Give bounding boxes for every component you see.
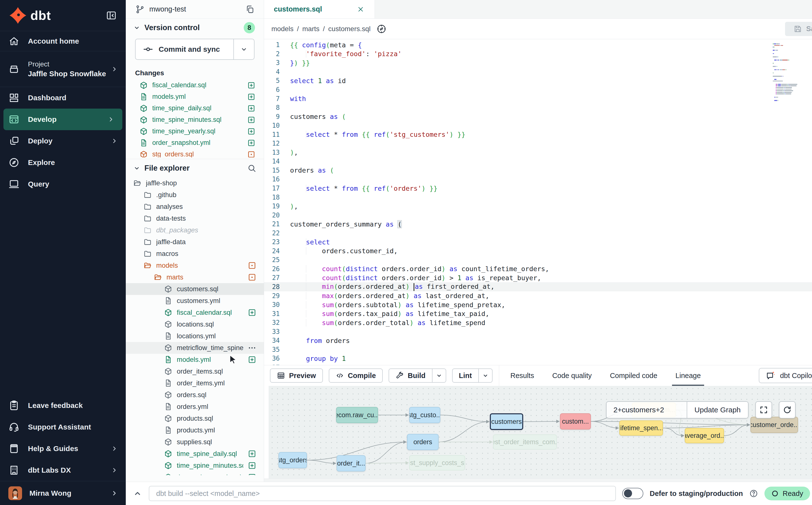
code-line-16[interactable]: 16 xyxy=(264,175,812,184)
tree-item-locations-sql[interactable]: locations.sql xyxy=(126,318,264,330)
tree-item-customers-yml[interactable]: customers.yml xyxy=(126,295,264,307)
sidebar-item-help-guides[interactable]: Help & Guides xyxy=(0,438,126,459)
tab-customers-sql[interactable]: customers.sql xyxy=(264,0,375,18)
sidebar-item-dbt-labs-dx[interactable]: dbt Labs DX xyxy=(0,459,126,481)
code-line-37[interactable]: 37 xyxy=(264,363,812,365)
tab-compiled-code[interactable]: Compiled code xyxy=(609,365,659,386)
lineage-selector-input[interactable]: 2+customers+2 Update Graph xyxy=(606,401,749,418)
lineage-node-ecom[interactable]: ecom.raw_cu... xyxy=(336,407,378,423)
sidebar-item-deploy[interactable]: Deploy xyxy=(0,130,126,152)
code-line-27[interactable]: 27 count(distinct orders.order_id) > 1 a… xyxy=(264,273,812,283)
compile-button[interactable]: Compile xyxy=(329,368,383,383)
breadcrumb-marts[interactable]: marts xyxy=(302,25,319,33)
tree-item-models[interactable]: models xyxy=(126,260,264,272)
expand-panel-chevron[interactable] xyxy=(133,489,142,498)
update-graph-button[interactable]: Update Graph xyxy=(687,402,748,418)
tree-item-jaffle-shop[interactable]: jaffle-shop xyxy=(126,177,264,189)
lineage-node-lifetime_spend[interactable]: lifetime_spen... xyxy=(619,420,663,436)
code-line-34[interactable]: 34 from orders xyxy=(264,336,812,345)
code-line-4[interactable]: 4 xyxy=(264,67,812,76)
modified-icon[interactable] xyxy=(248,273,257,282)
code-line-15[interactable]: 15orders as ( xyxy=(264,166,812,175)
sidebar-item-project[interactable]: ProjectJaffle Shop Snowflake xyxy=(0,51,126,87)
code-line-24[interactable]: 24 orders.customer_id, xyxy=(264,246,812,256)
tree-item-products-sql[interactable]: products.sql xyxy=(126,412,264,425)
code-editor[interactable]: 1{{ config(meta = {2 'favorite_food': 'p… xyxy=(264,39,812,365)
save-button[interactable]: Save xyxy=(785,22,812,36)
change-row[interactable]: time_spine_yearly.sql xyxy=(126,126,264,137)
breadcrumb-models[interactable]: models xyxy=(272,25,294,33)
code-line-14[interactable]: 14 xyxy=(264,157,812,166)
tree-item-orders-yml[interactable]: orders.yml xyxy=(126,401,264,412)
sidebar-item-query[interactable]: Query xyxy=(0,173,126,195)
commit-and-sync-button[interactable]: Commit and sync xyxy=(135,39,255,60)
lineage-node-average_order[interactable]: average_ord... xyxy=(685,428,724,443)
stage-plus-icon[interactable] xyxy=(248,461,257,470)
code-line-10[interactable]: 10 xyxy=(264,121,812,130)
tab-results[interactable]: Results xyxy=(509,365,536,386)
lineage-node-stg_orders[interactable]: stg_orders xyxy=(279,452,307,468)
stage-plus-icon[interactable] xyxy=(247,104,256,113)
change-row[interactable]: fiscal_calendar.sql xyxy=(126,79,264,91)
code-line-2[interactable]: 2 'favorite_food': 'pizza' xyxy=(264,49,812,58)
code-line-26[interactable]: 26 count(distinct orders.order_id) as co… xyxy=(264,265,812,274)
branch-name[interactable]: mwong-test xyxy=(149,5,241,13)
refresh-button[interactable] xyxy=(779,401,796,418)
lineage-node-t_order_items[interactable]: test_order_items_com... xyxy=(493,435,557,450)
code-line-17[interactable]: 17 select * from {{ ref('orders') }} xyxy=(264,184,812,193)
code-line-1[interactable]: 1{{ config(meta = { xyxy=(264,40,812,49)
tree-item-macros[interactable]: macros xyxy=(126,248,264,260)
change-row[interactable]: stg_orders.sql xyxy=(126,149,264,157)
tree-item-products-yml[interactable]: products.yml xyxy=(126,425,264,436)
code-line-20[interactable]: 20 xyxy=(264,210,812,220)
tree-item-analyses[interactable]: analyses xyxy=(126,201,264,212)
tree-item--github[interactable]: .github xyxy=(126,189,264,201)
file-explorer-header[interactable]: File explorer xyxy=(126,159,264,177)
user-menu[interactable]: Mirna Wong xyxy=(0,481,126,505)
tree-item-order-items-yml[interactable]: order_items.yml xyxy=(126,377,264,389)
stage-plus-icon[interactable] xyxy=(247,116,256,124)
code-line-9[interactable]: 9customers as ( xyxy=(264,112,812,121)
code-line-33[interactable]: 33 xyxy=(264,327,812,336)
lineage-node-customers[interactable]: customers xyxy=(490,413,523,430)
row-menu-icon[interactable] xyxy=(248,343,257,352)
code-line-19[interactable]: 19), xyxy=(264,202,812,211)
defer-toggle[interactable] xyxy=(622,488,643,499)
code-line-30[interactable]: 30 sum(orders.subtotal) as lifetime_spen… xyxy=(264,300,812,309)
dbt-logo[interactable]: dbt xyxy=(9,6,51,24)
change-row[interactable]: time_spine_minutes.sql xyxy=(126,114,264,126)
stage-plus-icon[interactable] xyxy=(248,308,257,317)
tree-item-time-spine-minutes-sql[interactable]: time_spine_minutes.sql xyxy=(126,460,264,471)
lint-button[interactable]: Lint xyxy=(452,368,493,383)
tree-item-time-spine-daily-sql[interactable]: time_spine_daily.sql xyxy=(126,448,264,460)
code-line-6[interactable]: 6 xyxy=(264,85,812,95)
tree-item-time-spine-yearly-sql[interactable]: time_spine_yearly.sql xyxy=(126,471,264,475)
sidebar-item-develop[interactable]: Develop xyxy=(3,109,122,130)
sidebar-item-account-home[interactable]: Account home xyxy=(0,31,126,51)
lint-options-chevron[interactable] xyxy=(478,369,492,382)
code-line-3[interactable]: 3}) }} xyxy=(264,58,812,67)
code-line-7[interactable]: 7with xyxy=(264,94,812,103)
modified-icon[interactable] xyxy=(247,150,256,158)
stage-plus-icon[interactable] xyxy=(247,81,256,90)
command-input[interactable] xyxy=(149,486,616,501)
code-line-35[interactable]: 35 xyxy=(264,345,812,354)
code-line-11[interactable]: 11 select * from {{ ref('stg_customers')… xyxy=(264,130,812,139)
preview-button[interactable]: Preview xyxy=(270,368,323,383)
code-line-28[interactable]: 28 min(orders.ordered_at) as first_order… xyxy=(264,283,812,292)
lineage-node-orders[interactable]: orders xyxy=(407,434,439,450)
stage-plus-icon[interactable] xyxy=(247,139,256,147)
code-line-13[interactable]: 13), xyxy=(264,148,812,157)
tab-lineage[interactable]: Lineage xyxy=(674,365,702,386)
code-line-5[interactable]: 5select 1 as id xyxy=(264,76,812,85)
modified-icon[interactable] xyxy=(248,261,257,270)
lineage-node-customer_orders[interactable]: customer_orde... xyxy=(751,417,798,433)
sidebar-item-leave-feedback[interactable]: Leave feedback xyxy=(0,395,126,416)
commit-options-chevron[interactable] xyxy=(233,39,254,59)
code-line-31[interactable]: 31 sum(orders.tax_paid) as lifetime_tax_… xyxy=(264,309,812,318)
copilot-compass-icon[interactable] xyxy=(376,23,387,34)
change-row[interactable]: models.yml xyxy=(126,91,264,103)
change-row[interactable]: time_spine_daily.sql xyxy=(126,103,264,114)
code-line-21[interactable]: 21customer_orders_summary as ( xyxy=(264,220,812,229)
fullscreen-button[interactable] xyxy=(755,401,772,418)
